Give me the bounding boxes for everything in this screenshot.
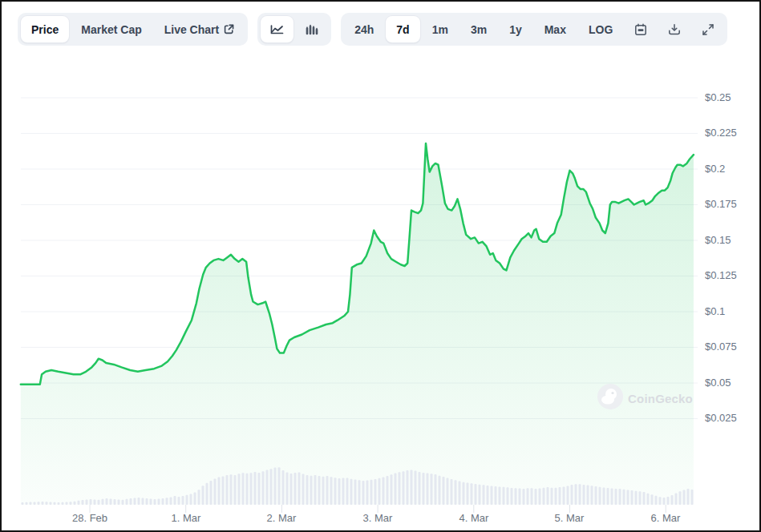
x-tick-label: 5. Mar <box>537 512 601 524</box>
coingecko-price-chart-widget: Price Market Cap Live Chart <box>0 0 761 532</box>
price-chart-canvas[interactable] <box>2 2 759 530</box>
y-tick-label: $0.025 <box>705 411 761 425</box>
watermark-text: CoinGecko <box>628 392 693 405</box>
x-tick-label: 3. Mar <box>346 512 410 524</box>
y-tick-label: $0.125 <box>705 268 761 282</box>
x-tick-label: 2. Mar <box>249 512 314 524</box>
y-tick-label: $0.075 <box>705 340 761 353</box>
y-tick-label: $0.2 <box>705 162 761 175</box>
x-tick-label: 6. Mar <box>633 512 698 524</box>
y-tick-label: $0.15 <box>705 233 761 247</box>
coingecko-watermark: CoinGecko <box>597 384 693 413</box>
y-tick-label: $0.225 <box>705 126 761 139</box>
y-tick-label: $0.25 <box>705 91 761 104</box>
x-tick-label: 4. Mar <box>442 512 506 524</box>
x-tick-label: 1. Mar <box>154 512 218 524</box>
y-tick-label: $0.1 <box>705 304 761 318</box>
y-tick-label: $0.05 <box>705 376 761 389</box>
coingecko-gecko-icon <box>597 384 623 413</box>
x-tick-label: 28. Feb <box>58 512 122 524</box>
y-tick-label: $0.175 <box>705 197 761 211</box>
